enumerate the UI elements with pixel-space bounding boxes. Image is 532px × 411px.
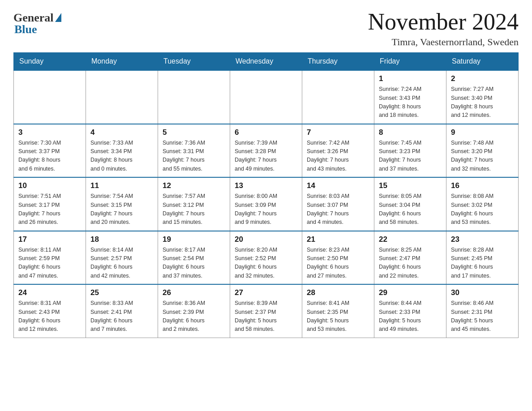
day-number: 6: [235, 128, 297, 137]
calendar-week-row: 1Sunrise: 7:24 AMSunset: 3:43 PMDaylight…: [14, 70, 519, 124]
day-info: Sunrise: 8:23 AMSunset: 2:50 PMDaylight:…: [307, 246, 369, 281]
day-info: Sunrise: 8:31 AMSunset: 2:43 PMDaylight:…: [18, 299, 81, 334]
calendar-header-tuesday: Tuesday: [158, 53, 230, 71]
calendar-week-row: 17Sunrise: 8:11 AMSunset: 2:59 PMDayligh…: [14, 231, 519, 285]
day-info: Sunrise: 7:33 AMSunset: 3:34 PMDaylight:…: [90, 139, 153, 174]
calendar-header-sunday: Sunday: [14, 53, 86, 71]
logo-blue-text: Blue: [13, 23, 37, 36]
calendar-day-cell: 6Sunrise: 7:39 AMSunset: 3:28 PMDaylight…: [230, 124, 302, 178]
day-number: 4: [90, 128, 153, 137]
day-info: Sunrise: 8:46 AMSunset: 2:31 PMDaylight:…: [451, 299, 514, 334]
calendar-day-cell: [302, 70, 374, 124]
calendar-day-cell: 15Sunrise: 8:05 AMSunset: 3:04 PMDayligh…: [374, 177, 446, 231]
day-info: Sunrise: 7:36 AMSunset: 3:31 PMDaylight:…: [163, 139, 225, 174]
calendar-week-row: 10Sunrise: 7:51 AMSunset: 3:17 PMDayligh…: [14, 177, 519, 231]
calendar-header-friday: Friday: [374, 53, 446, 71]
calendar-day-cell: 7Sunrise: 7:42 AMSunset: 3:26 PMDaylight…: [302, 124, 374, 178]
day-info: Sunrise: 7:42 AMSunset: 3:26 PMDaylight:…: [307, 139, 369, 174]
day-info: Sunrise: 8:14 AMSunset: 2:57 PMDaylight:…: [90, 246, 153, 281]
day-number: 27: [235, 288, 297, 297]
calendar-day-cell: 5Sunrise: 7:36 AMSunset: 3:31 PMDaylight…: [158, 124, 230, 178]
calendar-day-cell: 26Sunrise: 8:36 AMSunset: 2:39 PMDayligh…: [158, 284, 230, 338]
day-number: 9: [451, 128, 514, 137]
day-info: Sunrise: 8:11 AMSunset: 2:59 PMDaylight:…: [18, 246, 81, 281]
day-number: 12: [163, 181, 225, 190]
calendar-day-cell: [158, 70, 230, 124]
title-area: November 2024 Timra, Vaesternorrland, Sw…: [368, 9, 519, 48]
calendar-day-cell: 2Sunrise: 7:27 AMSunset: 3:40 PMDaylight…: [446, 70, 519, 124]
calendar-day-cell: 18Sunrise: 8:14 AMSunset: 2:57 PMDayligh…: [86, 231, 158, 285]
page-header: General Blue November 2024 Timra, Vaeste…: [13, 9, 519, 48]
calendar-day-cell: 10Sunrise: 7:51 AMSunset: 3:17 PMDayligh…: [14, 177, 86, 231]
day-number: 2: [451, 74, 514, 83]
day-info: Sunrise: 7:27 AMSunset: 3:40 PMDaylight:…: [451, 85, 514, 120]
day-info: Sunrise: 8:39 AMSunset: 2:37 PMDaylight:…: [235, 299, 297, 334]
day-info: Sunrise: 7:48 AMSunset: 3:20 PMDaylight:…: [451, 139, 514, 174]
calendar-header-monday: Monday: [86, 53, 158, 71]
day-number: 7: [307, 128, 369, 137]
day-number: 14: [307, 181, 369, 190]
day-info: Sunrise: 8:00 AMSunset: 3:09 PMDaylight:…: [235, 192, 297, 227]
day-info: Sunrise: 7:54 AMSunset: 3:15 PMDaylight:…: [90, 192, 153, 227]
location-subtitle: Timra, Vaesternorrland, Sweden: [368, 36, 519, 48]
day-info: Sunrise: 8:20 AMSunset: 2:52 PMDaylight:…: [235, 246, 297, 281]
calendar-day-cell: 28Sunrise: 8:41 AMSunset: 2:35 PMDayligh…: [302, 284, 374, 338]
day-number: 28: [307, 288, 369, 297]
calendar-week-row: 3Sunrise: 7:30 AMSunset: 3:37 PMDaylight…: [14, 124, 519, 178]
day-info: Sunrise: 8:25 AMSunset: 2:47 PMDaylight:…: [379, 246, 442, 281]
calendar-day-cell: 30Sunrise: 8:46 AMSunset: 2:31 PMDayligh…: [446, 284, 519, 338]
day-number: 23: [451, 235, 514, 244]
calendar-day-cell: 27Sunrise: 8:39 AMSunset: 2:37 PMDayligh…: [230, 284, 302, 338]
day-number: 26: [163, 288, 225, 297]
day-number: 13: [235, 181, 297, 190]
day-number: 10: [18, 181, 81, 190]
calendar-day-cell: 24Sunrise: 8:31 AMSunset: 2:43 PMDayligh…: [14, 284, 86, 338]
day-info: Sunrise: 8:36 AMSunset: 2:39 PMDaylight:…: [163, 299, 225, 334]
calendar-day-cell: 16Sunrise: 8:08 AMSunset: 3:02 PMDayligh…: [446, 177, 519, 231]
calendar-header-wednesday: Wednesday: [230, 53, 302, 71]
day-number: 1: [379, 74, 442, 83]
day-number: 22: [379, 235, 442, 244]
calendar-table: SundayMondayTuesdayWednesdayThursdayFrid…: [13, 52, 519, 338]
day-number: 30: [451, 288, 514, 297]
calendar-day-cell: 13Sunrise: 8:00 AMSunset: 3:09 PMDayligh…: [230, 177, 302, 231]
day-info: Sunrise: 8:05 AMSunset: 3:04 PMDaylight:…: [379, 192, 442, 227]
day-info: Sunrise: 8:08 AMSunset: 3:02 PMDaylight:…: [451, 192, 514, 227]
day-number: 5: [163, 128, 225, 137]
day-info: Sunrise: 7:51 AMSunset: 3:17 PMDaylight:…: [18, 192, 81, 227]
calendar-week-row: 24Sunrise: 8:31 AMSunset: 2:43 PMDayligh…: [14, 284, 519, 338]
logo-triangle-icon: [55, 13, 61, 22]
day-number: 24: [18, 288, 81, 297]
calendar-day-cell: 21Sunrise: 8:23 AMSunset: 2:50 PMDayligh…: [302, 231, 374, 285]
day-number: 16: [451, 181, 514, 190]
day-number: 3: [18, 128, 81, 137]
calendar-day-cell: 4Sunrise: 7:33 AMSunset: 3:34 PMDaylight…: [86, 124, 158, 178]
day-info: Sunrise: 8:41 AMSunset: 2:35 PMDaylight:…: [307, 299, 369, 334]
calendar-day-cell: 8Sunrise: 7:45 AMSunset: 3:23 PMDaylight…: [374, 124, 446, 178]
calendar-day-cell: 22Sunrise: 8:25 AMSunset: 2:47 PMDayligh…: [374, 231, 446, 285]
day-number: 21: [307, 235, 369, 244]
day-info: Sunrise: 8:03 AMSunset: 3:07 PMDaylight:…: [307, 192, 369, 227]
logo: General Blue: [13, 9, 61, 36]
day-info: Sunrise: 8:17 AMSunset: 2:54 PMDaylight:…: [163, 246, 225, 281]
calendar-day-cell: 19Sunrise: 8:17 AMSunset: 2:54 PMDayligh…: [158, 231, 230, 285]
day-number: 29: [379, 288, 442, 297]
day-number: 17: [18, 235, 81, 244]
day-number: 8: [379, 128, 442, 137]
calendar-day-cell: 20Sunrise: 8:20 AMSunset: 2:52 PMDayligh…: [230, 231, 302, 285]
day-number: 25: [90, 288, 153, 297]
day-info: Sunrise: 7:30 AMSunset: 3:37 PMDaylight:…: [18, 139, 81, 174]
calendar-day-cell: [230, 70, 302, 124]
calendar-day-cell: 17Sunrise: 8:11 AMSunset: 2:59 PMDayligh…: [14, 231, 86, 285]
day-info: Sunrise: 7:24 AMSunset: 3:43 PMDaylight:…: [379, 85, 442, 120]
calendar-day-cell: 14Sunrise: 8:03 AMSunset: 3:07 PMDayligh…: [302, 177, 374, 231]
calendar-header-thursday: Thursday: [302, 53, 374, 71]
calendar-day-cell: 23Sunrise: 8:28 AMSunset: 2:45 PMDayligh…: [446, 231, 519, 285]
day-number: 20: [235, 235, 297, 244]
calendar-day-cell: 12Sunrise: 7:57 AMSunset: 3:12 PMDayligh…: [158, 177, 230, 231]
day-number: 18: [90, 235, 153, 244]
day-info: Sunrise: 8:44 AMSunset: 2:33 PMDaylight:…: [379, 299, 442, 334]
calendar-day-cell: 11Sunrise: 7:54 AMSunset: 3:15 PMDayligh…: [86, 177, 158, 231]
day-info: Sunrise: 7:39 AMSunset: 3:28 PMDaylight:…: [235, 139, 297, 174]
calendar-day-cell: 25Sunrise: 8:33 AMSunset: 2:41 PMDayligh…: [86, 284, 158, 338]
